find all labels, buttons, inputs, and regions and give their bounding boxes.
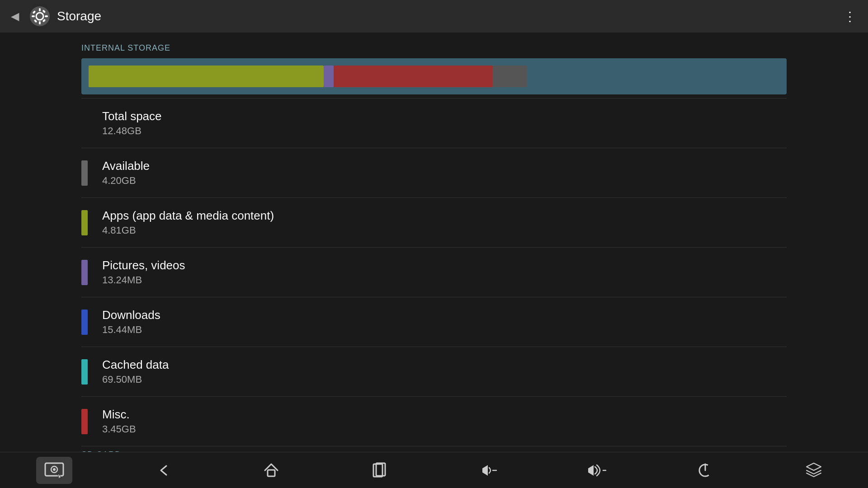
downloads-color — [81, 310, 88, 335]
svg-rect-14 — [268, 470, 275, 476]
pictures-info: Pictures, videos 13.24MB — [102, 258, 185, 286]
internal-storage-header: INTERNAL STORAGE — [81, 43, 787, 53]
layers-icon — [806, 462, 822, 479]
svg-marker-19 — [589, 466, 593, 475]
bottom-navigation — [0, 452, 868, 488]
svg-marker-17 — [483, 466, 487, 475]
home-icon — [263, 462, 279, 479]
available-info: Available 4.20GB — [102, 159, 150, 187]
pictures-label: Pictures, videos — [102, 258, 185, 272]
topbar-left: ◀ Storage — [11, 6, 101, 26]
misc-info: Misc. 3.45GB — [102, 408, 136, 435]
topbar: ◀ Storage ⋮ — [0, 0, 868, 33]
power-icon — [697, 462, 713, 479]
internal-storage-section: INTERNAL STORAGE Total space 12.48GB Ava… — [81, 43, 787, 446]
svg-rect-3 — [39, 21, 41, 24]
cached-label: Cached data — [102, 358, 169, 372]
pictures-color — [81, 260, 88, 285]
total-space-value: 12.48GB — [102, 125, 162, 137]
cached-value: 69.50MB — [102, 374, 169, 385]
recents-icon — [372, 462, 388, 479]
svg-point-12 — [53, 468, 56, 471]
bar-available-segment — [493, 66, 527, 87]
svg-rect-2 — [39, 8, 41, 11]
total-space-label: Total space — [102, 109, 162, 123]
cached-data-item[interactable]: Cached data 69.50MB — [81, 347, 787, 396]
volume-up-icon — [587, 462, 607, 479]
overflow-menu-button[interactable]: ⋮ — [844, 9, 857, 24]
main-content: INTERNAL STORAGE Total space 12.48GB Ava… — [0, 33, 868, 452]
cached-color — [81, 359, 88, 385]
apps-item[interactable]: Apps (app data & media content) 4.81GB — [81, 198, 787, 247]
pictures-value: 13.24MB — [102, 274, 185, 286]
svg-rect-15 — [373, 464, 382, 477]
misc-label: Misc. — [102, 408, 136, 422]
misc-color — [81, 409, 88, 434]
back-arrow-button[interactable]: ◀ — [11, 10, 19, 23]
downloads-value: 15.44MB — [102, 324, 160, 336]
available-color — [81, 160, 88, 186]
total-space-item: Total space 12.48GB — [81, 99, 787, 148]
volume-down-icon — [478, 462, 498, 479]
gear-icon — [30, 6, 50, 26]
pictures-item[interactable]: Pictures, videos 13.24MB — [81, 248, 787, 297]
apps-info: Apps (app data & media content) 4.81GB — [102, 209, 274, 236]
misc-item[interactable]: Misc. 3.45GB — [81, 397, 787, 446]
apps-label: Apps (app data & media content) — [102, 209, 274, 223]
bar-pictures-segment — [324, 66, 334, 87]
layers-button[interactable] — [796, 457, 832, 484]
home-button[interactable] — [253, 457, 289, 484]
available-label: Available — [102, 159, 150, 173]
total-space-info: Total space 12.48GB — [102, 109, 162, 137]
downloads-info: Downloads 15.44MB — [102, 308, 160, 336]
back-icon — [155, 462, 171, 479]
page-title: Storage — [57, 9, 101, 23]
divider-sd — [81, 446, 787, 446]
cached-info: Cached data 69.50MB — [102, 358, 169, 385]
screenshot-button[interactable] — [36, 457, 72, 484]
misc-value: 3.45GB — [102, 423, 136, 435]
svg-rect-4 — [32, 15, 35, 17]
downloads-label: Downloads — [102, 308, 160, 322]
downloads-item[interactable]: Downloads 15.44MB — [81, 297, 787, 347]
bar-misc-segment — [334, 66, 492, 87]
recents-button[interactable] — [362, 457, 398, 484]
screenshot-icon — [44, 462, 64, 479]
bar-apps-segment — [89, 66, 324, 87]
available-value: 4.20GB — [102, 175, 150, 187]
volume-up-button[interactable] — [579, 457, 615, 484]
apps-color — [81, 210, 88, 235]
available-item[interactable]: Available 4.20GB — [81, 148, 787, 197]
svg-rect-16 — [376, 463, 385, 476]
back-button[interactable] — [145, 457, 181, 484]
storage-bar — [81, 58, 787, 94]
apps-value: 4.81GB — [102, 225, 274, 236]
svg-rect-5 — [45, 15, 48, 17]
volume-down-button[interactable] — [470, 457, 506, 484]
power-button[interactable] — [687, 457, 723, 484]
